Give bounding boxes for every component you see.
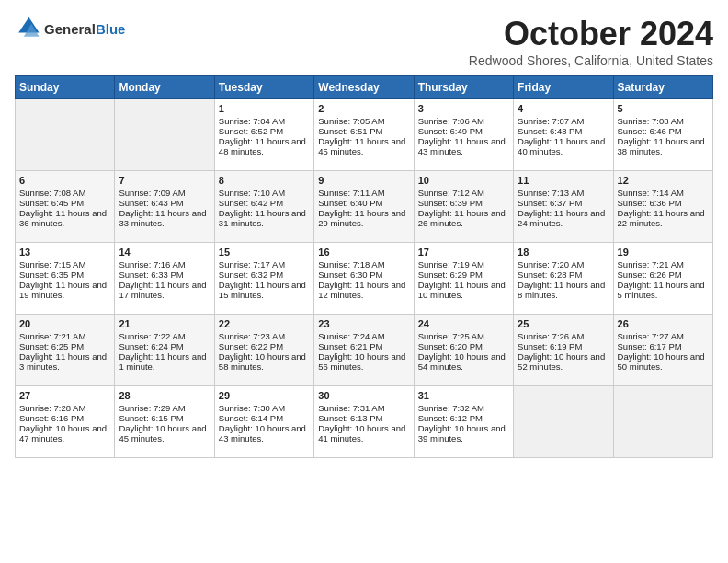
sunset-text: Sunset: 6:35 PM	[19, 270, 110, 280]
sunset-text: Sunset: 6:13 PM	[318, 413, 409, 423]
sunset-text: Sunset: 6:30 PM	[318, 270, 409, 280]
daylight-text: Daylight: 11 hours and 22 minutes.	[618, 208, 709, 228]
day-number: 17	[418, 247, 509, 258]
daylight-text: Daylight: 11 hours and 12 minutes.	[318, 280, 409, 300]
day-number: 1	[219, 103, 310, 114]
sunrise-text: Sunrise: 7:19 AM	[418, 259, 509, 270]
title-block: October 2024 Redwood Shores, California,…	[469, 15, 713, 68]
sunrise-text: Sunrise: 7:28 AM	[19, 403, 110, 413]
day-number: 8	[219, 175, 310, 186]
daylight-text: Daylight: 11 hours and 38 minutes.	[618, 136, 709, 156]
calendar-cell: 22Sunrise: 7:23 AMSunset: 6:22 PMDayligh…	[214, 315, 313, 386]
sunset-text: Sunset: 6:33 PM	[119, 270, 210, 280]
day-number: 20	[19, 318, 110, 329]
calendar-cell: 23Sunrise: 7:24 AMSunset: 6:21 PMDayligh…	[314, 315, 414, 386]
sunrise-text: Sunrise: 7:21 AM	[618, 259, 709, 270]
sunrise-text: Sunrise: 7:22 AM	[119, 331, 210, 341]
day-number: 6	[19, 175, 110, 186]
calendar-table: SundayMondayTuesdayWednesdayThursdayFrid…	[15, 75, 713, 458]
calendar-cell: 3Sunrise: 7:06 AMSunset: 6:49 PMDaylight…	[414, 99, 513, 171]
calendar-cell	[115, 99, 214, 171]
day-header-friday: Friday	[514, 76, 613, 99]
sunset-text: Sunset: 6:20 PM	[418, 341, 509, 351]
day-number: 18	[518, 247, 609, 258]
logo-icon	[15, 15, 40, 40]
calendar-cell: 9Sunrise: 7:11 AMSunset: 6:40 PMDaylight…	[314, 171, 414, 243]
location-title: Redwood Shores, California, United State…	[469, 53, 713, 68]
daylight-text: Daylight: 11 hours and 45 minutes.	[318, 136, 409, 156]
daylight-text: Daylight: 11 hours and 5 minutes.	[618, 280, 709, 300]
daylight-text: Daylight: 11 hours and 8 minutes.	[518, 280, 609, 300]
sunset-text: Sunset: 6:51 PM	[318, 126, 409, 136]
sunset-text: Sunset: 6:17 PM	[618, 341, 709, 351]
sunrise-text: Sunrise: 7:17 AM	[219, 259, 310, 270]
daylight-text: Daylight: 11 hours and 15 minutes.	[219, 280, 310, 300]
calendar-cell: 20Sunrise: 7:21 AMSunset: 6:25 PMDayligh…	[16, 315, 115, 386]
day-header-thursday: Thursday	[414, 76, 513, 99]
daylight-text: Daylight: 11 hours and 26 minutes.	[418, 208, 509, 228]
day-number: 27	[19, 390, 110, 401]
sunset-text: Sunset: 6:26 PM	[618, 270, 709, 280]
day-number: 12	[618, 175, 709, 186]
calendar-cell	[613, 386, 712, 458]
daylight-text: Daylight: 10 hours and 43 minutes.	[219, 423, 310, 443]
daylight-text: Daylight: 10 hours and 45 minutes.	[119, 423, 210, 443]
calendar-cell: 26Sunrise: 7:27 AMSunset: 6:17 PMDayligh…	[613, 315, 712, 386]
day-number: 28	[119, 390, 210, 401]
day-number: 7	[119, 175, 210, 186]
day-number: 16	[318, 247, 409, 258]
sunrise-text: Sunrise: 7:04 AM	[219, 116, 310, 126]
sunrise-text: Sunrise: 7:05 AM	[318, 116, 409, 126]
daylight-text: Daylight: 11 hours and 1 minute.	[119, 351, 210, 372]
calendar-cell: 16Sunrise: 7:18 AMSunset: 6:30 PMDayligh…	[314, 243, 414, 315]
calendar-cell: 11Sunrise: 7:13 AMSunset: 6:37 PMDayligh…	[514, 171, 613, 243]
sunrise-text: Sunrise: 7:16 AM	[119, 259, 210, 270]
daylight-text: Daylight: 11 hours and 36 minutes.	[19, 208, 110, 228]
sunset-text: Sunset: 6:25 PM	[19, 341, 110, 351]
daylight-text: Daylight: 11 hours and 31 minutes.	[219, 208, 310, 228]
calendar-cell: 25Sunrise: 7:26 AMSunset: 6:19 PMDayligh…	[514, 315, 613, 386]
day-number: 3	[418, 103, 509, 114]
calendar-cell	[16, 99, 115, 171]
sunrise-text: Sunrise: 7:32 AM	[418, 403, 509, 413]
sunset-text: Sunset: 6:39 PM	[418, 198, 509, 208]
calendar-cell: 31Sunrise: 7:32 AMSunset: 6:12 PMDayligh…	[414, 386, 513, 458]
sunrise-text: Sunrise: 7:31 AM	[318, 403, 409, 413]
daylight-text: Daylight: 10 hours and 58 minutes.	[219, 351, 310, 372]
calendar-cell: 7Sunrise: 7:09 AMSunset: 6:43 PMDaylight…	[115, 171, 214, 243]
sunset-text: Sunset: 6:19 PM	[518, 341, 609, 351]
sunrise-text: Sunrise: 7:30 AM	[219, 403, 310, 413]
daylight-text: Daylight: 11 hours and 40 minutes.	[518, 136, 609, 156]
day-number: 30	[318, 390, 409, 401]
sunset-text: Sunset: 6:43 PM	[119, 198, 210, 208]
day-number: 19	[618, 247, 709, 258]
daylight-text: Daylight: 10 hours and 50 minutes.	[618, 351, 709, 372]
sunset-text: Sunset: 6:29 PM	[418, 270, 509, 280]
month-title: October 2024	[469, 15, 713, 53]
daylight-text: Daylight: 11 hours and 17 minutes.	[119, 280, 210, 300]
calendar-cell: 5Sunrise: 7:08 AMSunset: 6:46 PMDaylight…	[613, 99, 712, 171]
calendar-cell: 2Sunrise: 7:05 AMSunset: 6:51 PMDaylight…	[314, 99, 414, 171]
sunset-text: Sunset: 6:15 PM	[119, 413, 210, 423]
day-number: 26	[618, 318, 709, 329]
sunset-text: Sunset: 6:40 PM	[318, 198, 409, 208]
page-header: GeneralBlue October 2024 Redwood Shores,…	[15, 15, 713, 68]
calendar-cell: 8Sunrise: 7:10 AMSunset: 6:42 PMDaylight…	[214, 171, 313, 243]
day-number: 25	[518, 318, 609, 329]
calendar-cell: 18Sunrise: 7:20 AMSunset: 6:28 PMDayligh…	[514, 243, 613, 315]
daylight-text: Daylight: 10 hours and 52 minutes.	[518, 351, 609, 372]
calendar-cell: 24Sunrise: 7:25 AMSunset: 6:20 PMDayligh…	[414, 315, 513, 386]
sunrise-text: Sunrise: 7:08 AM	[618, 116, 709, 126]
day-number: 5	[618, 103, 709, 114]
day-number: 24	[418, 318, 509, 329]
logo: GeneralBlue	[15, 15, 125, 44]
calendar-cell: 6Sunrise: 7:08 AMSunset: 6:45 PMDaylight…	[16, 171, 115, 243]
day-number: 23	[318, 318, 409, 329]
calendar-cell: 29Sunrise: 7:30 AMSunset: 6:14 PMDayligh…	[214, 386, 313, 458]
day-number: 10	[418, 175, 509, 186]
sunrise-text: Sunrise: 7:20 AM	[518, 259, 609, 270]
logo-text-general: General	[44, 21, 96, 37]
sunrise-text: Sunrise: 7:13 AM	[518, 188, 609, 198]
sunset-text: Sunset: 6:42 PM	[219, 198, 310, 208]
day-number: 11	[518, 175, 609, 186]
